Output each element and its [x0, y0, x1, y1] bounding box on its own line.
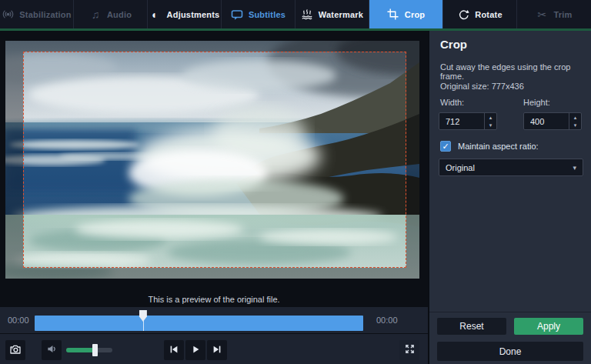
width-field: ▴ ▾: [439, 112, 497, 130]
width-input[interactable]: [439, 113, 484, 129]
apply-button[interactable]: Apply: [514, 318, 583, 335]
tab-label: Adjustments: [167, 10, 220, 19]
volume-fill: [66, 348, 95, 352]
panel-footer: Reset Apply Done: [429, 312, 591, 364]
camera-icon: [9, 343, 22, 358]
chevron-down-icon: ▾: [573, 164, 576, 172]
height-label: Height:: [523, 98, 550, 107]
tab-label: Trim: [553, 10, 572, 19]
playhead-line: [143, 321, 144, 331]
timeline-row: 00:00 00:00: [0, 306, 428, 333]
tab-label: Rotate: [475, 10, 502, 19]
fullscreen-button[interactable]: [399, 340, 419, 360]
tab-watermark[interactable]: Watermark: [296, 0, 369, 28]
aspect-ratio-value: Original: [446, 163, 475, 172]
height-input[interactable]: [524, 113, 569, 129]
tab-trim[interactable]: ✂ Trim: [517, 0, 591, 28]
play-icon: [190, 344, 201, 357]
height-stepper: ▴ ▾: [569, 113, 581, 129]
aspect-ratio-select[interactable]: Original ▾: [439, 159, 583, 176]
tab-label: Stabilization: [19, 10, 71, 19]
transport-controls: [0, 333, 428, 364]
maintain-aspect-checkbox[interactable]: ✓: [440, 141, 451, 152]
done-button[interactable]: Done: [437, 342, 583, 361]
reset-button[interactable]: Reset: [437, 318, 506, 335]
elapsed-time: 00:00: [8, 316, 29, 325]
maintain-aspect-label: Maintain aspect ratio:: [458, 142, 539, 151]
total-time: 00:00: [376, 316, 398, 325]
width-stepper-up[interactable]: ▴: [485, 113, 496, 122]
seek-bar[interactable]: [35, 316, 363, 331]
volume-handle[interactable]: [92, 344, 98, 356]
subtitles-icon: [231, 8, 243, 21]
tab-label: Audio: [107, 10, 132, 19]
toolbar: Stabilization ♫ Audio ◐ Adjustments Subt…: [0, 0, 591, 31]
crop-icon: [387, 8, 399, 21]
crop-frame[interactable]: [23, 52, 406, 268]
toolbar-tabs: Stabilization ♫ Audio ◐ Adjustments Subt…: [0, 0, 591, 28]
app-window: Stabilization ♫ Audio ◐ Adjustments Subt…: [0, 0, 591, 364]
panel-title: Crop: [440, 38, 467, 51]
previous-frame-button[interactable]: [164, 340, 184, 360]
tab-crop[interactable]: Crop: [369, 0, 443, 28]
tab-audio[interactable]: ♫ Audio: [74, 0, 148, 28]
volume-slider[interactable]: [66, 348, 112, 352]
original-size-label: Original size: 777x436: [440, 82, 524, 91]
panel-description: Cut away the edges using the crop frame.: [440, 62, 583, 81]
previous-frame-icon: [169, 344, 179, 357]
tab-label: Crop: [405, 10, 425, 19]
width-stepper: ▴ ▾: [484, 113, 496, 129]
width-label: Width:: [440, 98, 464, 107]
tab-label: Watermark: [319, 10, 363, 19]
play-button[interactable]: [185, 340, 205, 360]
height-stepper-up[interactable]: ▴: [569, 113, 581, 122]
maintain-aspect-row: ✓ Maintain aspect ratio:: [440, 141, 539, 152]
height-field: ▴ ▾: [523, 112, 582, 130]
stabilization-icon: [2, 8, 14, 21]
snapshot-button[interactable]: [5, 340, 25, 360]
adjustments-icon: ◐: [149, 8, 162, 21]
height-stepper-down[interactable]: ▾: [569, 122, 581, 130]
tab-rotate[interactable]: Rotate: [443, 0, 517, 28]
audio-icon: ♫: [89, 8, 102, 21]
video-preview-zone: This is a preview of the original file.: [0, 31, 428, 306]
tab-subtitles[interactable]: Subtitles: [222, 0, 296, 28]
tab-label: Subtitles: [249, 10, 285, 19]
next-frame-icon: [212, 344, 222, 357]
watermark-icon: [301, 8, 313, 21]
trim-scissors-icon: ✂: [536, 8, 548, 21]
rotate-icon: [457, 8, 469, 21]
tab-stabilization[interactable]: Stabilization: [0, 0, 74, 28]
speaker-icon: [46, 343, 58, 357]
timeline-playhead[interactable]: [139, 310, 147, 322]
fullscreen-icon: [404, 343, 416, 357]
crop-panel: Crop Cut away the edges using the crop f…: [428, 31, 591, 364]
preview-caption: This is a preview of the original file.: [0, 295, 428, 304]
volume-button[interactable]: [42, 340, 62, 360]
width-stepper-down[interactable]: ▾: [485, 122, 496, 130]
tab-adjustments[interactable]: ◐ Adjustments: [148, 0, 222, 28]
next-frame-button[interactable]: [207, 340, 227, 360]
video-frame: [5, 41, 419, 279]
